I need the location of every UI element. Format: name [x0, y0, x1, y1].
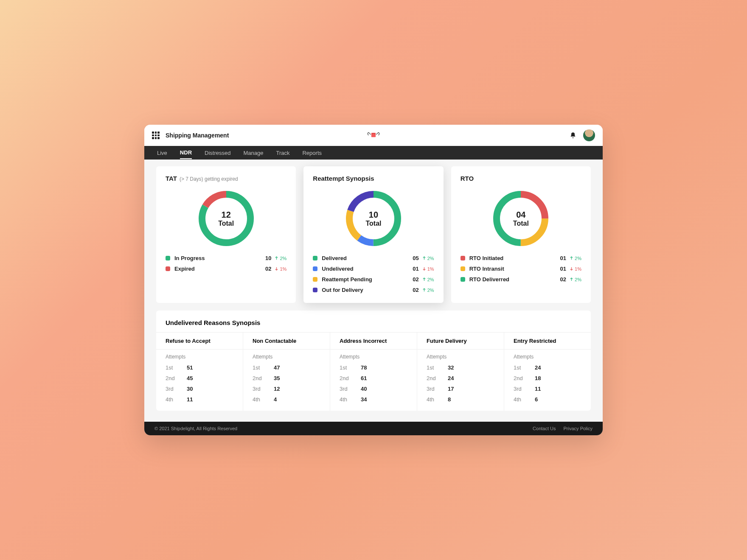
- attempt-value: 8: [448, 396, 451, 403]
- footer-link[interactable]: Contact Us: [533, 426, 556, 431]
- legend-value: 05: [410, 255, 419, 261]
- attempt-row: 4th 11: [156, 394, 243, 405]
- tab-live[interactable]: Live: [157, 147, 167, 159]
- legend-row: Reattempt Pending 02 2%: [313, 274, 434, 285]
- attempt-row: 3rd 40: [330, 384, 417, 394]
- attempt-ordinal: 2nd: [514, 375, 525, 381]
- attempt-value: 6: [535, 396, 538, 403]
- legend-swatch: [313, 288, 317, 292]
- attempt-row: 2nd 45: [156, 373, 243, 384]
- tab-ndr[interactable]: NDR: [180, 147, 192, 159]
- donut-total-label: Total: [513, 220, 529, 227]
- legend-label: RTO Initiated: [469, 255, 504, 261]
- legend-swatch: [313, 266, 317, 271]
- attempt-ordinal: 2nd: [253, 375, 264, 381]
- donut-total-value: 12: [218, 210, 234, 220]
- legend-swatch: [313, 256, 317, 260]
- legend-value: 10: [263, 255, 271, 261]
- tab-reports[interactable]: Reports: [302, 147, 322, 159]
- card-title: Reattempt Synopsis: [313, 175, 374, 182]
- attempt-value: 30: [187, 386, 193, 392]
- attempt-row: 1st 51: [156, 362, 243, 373]
- legend-row: RTO Intransit 01 1%: [461, 263, 581, 274]
- brand-logo-icon[interactable]: [366, 131, 381, 140]
- tab-distressed[interactable]: Distressed: [205, 147, 230, 159]
- attempt-row: 3rd 30: [156, 384, 243, 394]
- legend-swatch: [313, 277, 317, 282]
- reason-column: Entry Restricted Attempts 1st 24 2nd 18 …: [504, 333, 591, 411]
- attempt-value: 32: [448, 364, 454, 371]
- legend-label: Undelivered: [322, 266, 353, 272]
- attempt-row: 1st 47: [243, 362, 330, 373]
- donut-total-value: 04: [513, 210, 529, 220]
- app-title: Shipping Management: [166, 132, 229, 139]
- attempt-ordinal: 4th: [166, 396, 177, 403]
- attempt-row: 4th 4: [243, 394, 330, 405]
- notifications-icon[interactable]: [570, 132, 576, 139]
- attempt-row: 2nd 35: [243, 373, 330, 384]
- attempt-ordinal: 2nd: [166, 375, 177, 381]
- trend-up-icon: 2%: [422, 277, 434, 282]
- attempt-value: 51: [187, 364, 193, 371]
- attempt-ordinal: 3rd: [514, 386, 525, 392]
- legend-row: RTO Deliverred 02 2%: [461, 274, 581, 285]
- footer: © 2021 Shipdelight, All Rights Reserved …: [144, 422, 603, 435]
- legend-swatch: [166, 266, 170, 271]
- attempt-value: 78: [361, 364, 367, 371]
- card-reattempt: Reattempt Synopsis 10 Total Delivered 05…: [303, 166, 443, 303]
- legend-row: Delivered 05 2%: [313, 253, 434, 263]
- legend-value: 01: [410, 266, 419, 272]
- attempts-label: Attempts: [156, 350, 243, 362]
- apps-grid-icon[interactable]: [152, 132, 160, 139]
- legend-swatch: [461, 277, 465, 282]
- attempt-value: 40: [361, 386, 367, 392]
- trend-down-icon: 1%: [275, 266, 286, 272]
- legend-value: 02: [410, 287, 419, 293]
- attempts-label: Attempts: [417, 350, 504, 362]
- attempt-ordinal: 1st: [427, 364, 438, 371]
- attempt-row: 4th 6: [504, 394, 591, 405]
- legend-label: Reattempt Pending: [322, 276, 372, 283]
- legend-row: RTO Initiated 01 2%: [461, 253, 581, 263]
- reason-column: Refuse to Accept Attempts 1st 51 2nd 45 …: [156, 333, 243, 411]
- legend-label: RTO Intransit: [469, 266, 504, 272]
- tab-manage[interactable]: Manage: [243, 147, 263, 159]
- attempt-value: 35: [274, 375, 280, 381]
- attempt-value: 12: [274, 386, 280, 392]
- trend-up-icon: 2%: [570, 256, 581, 261]
- card-title: RTO: [461, 175, 474, 182]
- attempt-value: 47: [274, 364, 280, 371]
- legend-label: Delivered: [322, 255, 347, 261]
- attempt-ordinal: 4th: [253, 396, 264, 403]
- card-title: TAT: [166, 175, 177, 182]
- attempt-ordinal: 2nd: [340, 375, 351, 381]
- attempt-ordinal: 1st: [514, 364, 525, 371]
- donut-chart: 10 Total: [313, 191, 434, 246]
- footer-link[interactable]: Privacy Policy: [564, 426, 593, 431]
- attempt-ordinal: 3rd: [166, 386, 177, 392]
- user-avatar[interactable]: [583, 129, 595, 141]
- trend-up-icon: 2%: [275, 256, 286, 261]
- reason-name: Non Contactable: [243, 333, 330, 350]
- attempt-ordinal: 3rd: [253, 386, 264, 392]
- donut-total-label: Total: [218, 220, 234, 227]
- attempt-ordinal: 4th: [427, 396, 438, 403]
- attempt-ordinal: 4th: [340, 396, 351, 403]
- footer-copyright: © 2021 Shipdelight, All Rights Reserved: [154, 426, 237, 431]
- legend-label: Out for Delivery: [322, 287, 363, 293]
- attempts-label: Attempts: [330, 350, 417, 362]
- trend-up-icon: 2%: [422, 288, 434, 293]
- attempt-row: 2nd 24: [417, 373, 504, 384]
- legend-label: Expired: [174, 266, 195, 272]
- attempt-ordinal: 1st: [166, 364, 177, 371]
- legend-swatch: [461, 266, 465, 271]
- attempts-label: Attempts: [504, 350, 591, 362]
- reason-name: Refuse to Accept: [156, 333, 243, 350]
- attempt-value: 11: [535, 386, 541, 392]
- tab-track[interactable]: Track: [276, 147, 289, 159]
- legend-value: 02: [410, 276, 419, 283]
- legend-label: In Progress: [174, 255, 205, 261]
- trend-up-icon: 2%: [570, 277, 581, 282]
- attempt-row: 2nd 18: [504, 373, 591, 384]
- attempt-value: 4: [274, 396, 277, 403]
